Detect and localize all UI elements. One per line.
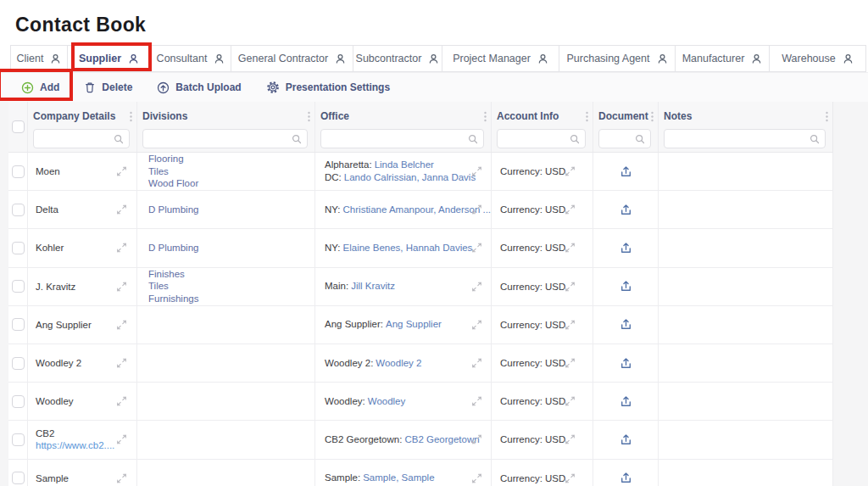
upload-document-icon[interactable] [619, 203, 633, 217]
contacts-table: Company Details Divisions [8, 102, 833, 486]
office-contact-link[interactable]: Sample, Sample [363, 472, 434, 483]
tab-general-contractor[interactable]: General Contractor [231, 45, 353, 72]
office-contact-link[interactable]: Woodley 2 [376, 358, 421, 368]
search-input-notes[interactable] [670, 134, 810, 144]
division-link[interactable]: Tiles [137, 280, 314, 293]
expand-cell-icon[interactable] [471, 434, 482, 445]
office-contact-link[interactable]: Ang Supplier [386, 319, 442, 329]
row-checkbox[interactable] [12, 242, 25, 254]
expand-cell-icon[interactable] [116, 204, 127, 215]
expand-cell-icon[interactable] [116, 319, 127, 330]
division-link[interactable]: Flooring [137, 153, 314, 165]
row-checkbox[interactable] [12, 472, 25, 484]
expand-cell-icon[interactable] [116, 434, 127, 445]
column-menu-icon[interactable] [130, 111, 132, 122]
expand-cell-icon[interactable] [471, 472, 482, 483]
tab-supplier[interactable]: Supplier [68, 45, 151, 72]
add-button[interactable]: Add [21, 81, 59, 94]
office-contact-link[interactable]: Christiane Amanpour, Anderson ... [343, 204, 491, 215]
office-contact-link[interactable]: Woodley [368, 396, 406, 406]
office-contact-link[interactable]: CB2 Georgetown [404, 434, 479, 444]
expand-cell-icon[interactable] [471, 281, 482, 292]
row-checkbox[interactable] [12, 280, 25, 293]
expand-cell-icon[interactable] [471, 166, 482, 177]
presentation-settings-button[interactable]: Presentation Settings [266, 81, 390, 94]
expand-cell-icon[interactable] [471, 396, 482, 407]
expand-cell-icon[interactable] [116, 166, 127, 177]
expand-cell-icon[interactable] [116, 472, 127, 483]
expand-cell-icon[interactable] [471, 358, 482, 369]
notes-cell[interactable] [659, 306, 833, 344]
upload-document-icon[interactable] [619, 394, 633, 409]
row-checkbox[interactable] [12, 395, 25, 408]
division-link[interactable]: Tiles [137, 165, 314, 178]
upload-document-icon[interactable] [619, 279, 633, 293]
expand-cell-icon[interactable] [471, 319, 482, 330]
tab-consultant[interactable]: Consultant [151, 45, 231, 72]
search-input-company-details[interactable] [39, 134, 114, 144]
expand-cell-icon[interactable] [565, 358, 576, 369]
row-checkbox[interactable] [12, 204, 25, 216]
expand-cell-icon[interactable] [116, 243, 127, 254]
notes-cell[interactable] [659, 153, 833, 190]
tab-warehouse[interactable]: Warehouse [770, 45, 866, 72]
search-input-account-info[interactable] [503, 134, 570, 144]
upload-document-icon[interactable] [619, 317, 633, 332]
column-menu-icon[interactable] [308, 111, 310, 122]
expand-cell-icon[interactable] [116, 396, 127, 407]
table-row: Moen Flooring Tiles Wood Floor Alpharett… [8, 153, 833, 191]
search-input-document[interactable] [604, 134, 635, 144]
row-checkbox[interactable] [12, 165, 25, 178]
notes-cell[interactable] [659, 268, 833, 305]
expand-cell-icon[interactable] [471, 243, 482, 254]
expand-cell-icon[interactable] [471, 204, 482, 215]
upload-document-icon[interactable] [619, 165, 633, 179]
office-contact-link[interactable]: Elaine Benes, Hannah Davies [343, 243, 473, 253]
division-link[interactable]: Wood Floor [137, 177, 314, 190]
notes-cell[interactable] [659, 383, 833, 420]
expand-cell-icon[interactable] [565, 319, 576, 330]
expand-cell-icon[interactable] [565, 281, 576, 292]
expand-cell-icon[interactable] [565, 472, 576, 483]
notes-cell[interactable] [659, 229, 833, 266]
search-input-divisions[interactable] [148, 134, 292, 144]
office-contact-link[interactable]: Jill Kravitz [351, 281, 395, 291]
row-checkbox[interactable] [12, 318, 25, 331]
row-checkbox[interactable] [12, 357, 25, 370]
notes-cell[interactable] [659, 344, 833, 382]
upload-document-icon[interactable] [619, 356, 633, 371]
search-input-office[interactable] [326, 134, 468, 144]
upload-document-icon[interactable] [619, 241, 633, 255]
column-menu-icon[interactable] [484, 111, 487, 122]
column-menu-icon[interactable] [651, 111, 654, 122]
tab-subcontractor[interactable]: Subcontractor [353, 45, 442, 72]
division-link[interactable]: D Plumbing [137, 242, 314, 254]
row-checkbox[interactable] [12, 433, 25, 446]
delete-button[interactable]: Delete [84, 81, 132, 93]
office-contact-link[interactable]: Lando Calrissian, Janna Davis [344, 172, 476, 182]
expand-cell-icon[interactable] [116, 358, 127, 369]
notes-cell[interactable] [659, 460, 833, 486]
tab-project-manager[interactable]: Project Manager [442, 45, 559, 72]
expand-cell-icon[interactable] [565, 243, 576, 254]
upload-document-icon[interactable] [619, 471, 633, 485]
division-link[interactable]: Finishes [137, 268, 314, 281]
tab-manufacturer[interactable]: Manufacturer [676, 45, 770, 72]
upload-document-icon[interactable] [619, 433, 633, 447]
notes-cell[interactable] [659, 421, 833, 458]
notes-cell[interactable] [659, 191, 833, 228]
division-link[interactable]: Furnishings [137, 293, 314, 305]
expand-cell-icon[interactable] [565, 434, 576, 445]
division-link[interactable]: D Plumbing [137, 204, 314, 216]
office-contact-link[interactable]: Linda Belcher [375, 159, 434, 170]
tab-purchasing-agent[interactable]: Purchasing Agent [559, 45, 676, 72]
tab-client[interactable]: Client [10, 45, 68, 72]
select-all-checkbox[interactable] [12, 120, 25, 133]
expand-cell-icon[interactable] [116, 281, 127, 292]
column-menu-icon[interactable] [586, 111, 588, 122]
expand-cell-icon[interactable] [565, 204, 576, 215]
expand-cell-icon[interactable] [565, 166, 576, 177]
batch-upload-button[interactable]: Batch Upload [157, 81, 241, 94]
expand-cell-icon[interactable] [565, 396, 576, 407]
column-menu-icon[interactable] [826, 111, 828, 122]
